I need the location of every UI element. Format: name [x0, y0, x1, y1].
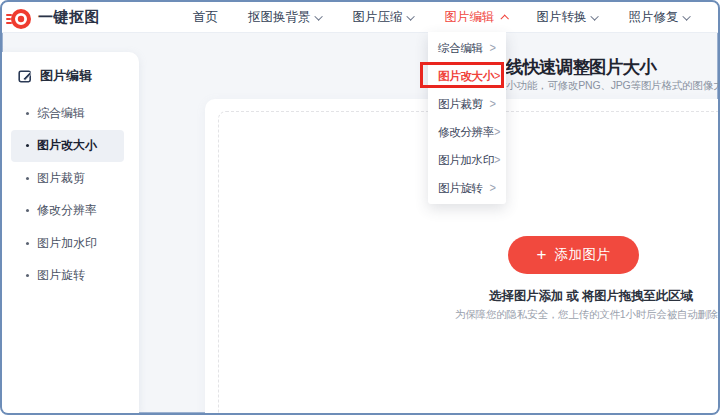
nav-item[interactable]: 图片压缩	[353, 9, 415, 26]
nav-item[interactable]: 首页	[193, 9, 218, 26]
bullet-icon	[26, 177, 29, 180]
chevron-right-icon: >	[494, 153, 500, 166]
dropdown-item-label: 图片加水印	[438, 153, 494, 168]
sidebar-item-label: 图片加水印	[37, 235, 97, 252]
sidebar: 图片编辑 综合编辑 图片改大小 图片裁剪	[2, 52, 139, 413]
sidebar-item-label: 图片裁剪	[37, 170, 85, 187]
nav-item-label: 首页	[193, 9, 218, 26]
dropdown-item[interactable]: 综合编辑 >	[428, 34, 506, 62]
sidebar-item-label: 图片改大小	[37, 137, 97, 154]
sidebar-item[interactable]: 图片加水印	[11, 227, 124, 260]
add-image-button-label: 添加图片	[554, 246, 610, 264]
sidebar-title: 图片编辑	[40, 67, 92, 85]
dropdown-item[interactable]: 修改分辨率 >	[428, 118, 506, 146]
chevron-right-icon: >	[490, 181, 496, 194]
upload-privacy-note: 为保障您的隐私安全，您上传的文件1小时后会被自动删除	[455, 308, 717, 322]
sidebar-item[interactable]: 修改分辨率	[11, 195, 124, 228]
dropdown-item[interactable]: 图片旋转 >	[428, 174, 506, 202]
top-navbar: 一键抠图 首页 抠图换背景 图片压缩 图片	[2, 2, 718, 33]
app-window: 一键抠图 首页 抠图换背景 图片压缩 图片	[0, 0, 720, 415]
nav-dropdown-menu: 综合编辑 > 图片改大小 > 图片裁剪 > 修改分辨率 > 图片加水印 >	[428, 32, 506, 204]
sidebar-item[interactable]: 图片旋转	[11, 260, 124, 293]
dropdown-item[interactable]: 图片加水印 >	[428, 146, 506, 174]
bullet-icon	[26, 242, 29, 245]
nav-item[interactable]: 照片修复	[629, 9, 691, 26]
add-image-button[interactable]: + 添加图片	[508, 236, 639, 274]
nav-item[interactable]: 图片编辑	[445, 9, 507, 26]
sidebar-header: 图片编辑	[2, 52, 139, 85]
sidebar-item[interactable]: 图片改大小	[11, 130, 124, 163]
chevron-icon	[590, 12, 598, 20]
nav-item-label: 照片修复	[629, 9, 679, 26]
nav-item-label: 图片转换	[537, 9, 587, 26]
chevron-right-icon: >	[494, 125, 500, 138]
logo-donut-icon	[6, 6, 32, 30]
nav-item-label: 图片压缩	[353, 9, 403, 26]
dropdown-item-label: 修改分辨率	[438, 125, 494, 140]
bullet-icon	[26, 274, 29, 277]
chevron-icon	[682, 12, 690, 20]
sidebar-menu: 综合编辑 图片改大小 图片裁剪 修改分辨率	[2, 97, 139, 292]
brand-name: 一键抠图	[38, 8, 100, 27]
sidebar-item[interactable]: 综合编辑	[11, 97, 124, 130]
nav-menu: 首页 抠图换背景 图片压缩 图片编辑	[193, 2, 691, 33]
dropdown-item-label: 综合编辑	[438, 41, 483, 56]
sidebar-item-label: 图片旋转	[37, 267, 85, 284]
sidebar-item[interactable]: 图片裁剪	[11, 162, 124, 195]
sidebar-item-label: 综合编辑	[37, 105, 85, 122]
bullet-icon	[26, 112, 29, 115]
bullet-icon	[26, 144, 29, 147]
chevron-right-icon: >	[494, 69, 500, 82]
plus-icon: +	[537, 246, 547, 263]
dropdown-item-label: 图片旋转	[438, 181, 483, 196]
chevron-right-icon: >	[490, 41, 496, 54]
bullet-icon	[26, 209, 29, 212]
page-title: 在线快速调整图片大小	[489, 55, 656, 79]
sidebar-item-label: 修改分辨率	[37, 202, 97, 219]
edit-square-icon	[18, 69, 33, 84]
dropdown-item-label: 图片改大小	[438, 69, 494, 84]
dropdown-item[interactable]: 图片改大小 >	[428, 62, 506, 90]
nav-item-label: 图片编辑	[445, 9, 495, 26]
nav-item-label: 抠图换背景	[248, 9, 311, 26]
nav-item[interactable]: 抠图换背景	[248, 9, 323, 26]
chevron-icon	[314, 12, 322, 20]
dropdown-item[interactable]: 图片裁剪 >	[428, 90, 506, 118]
chevron-icon	[406, 12, 414, 20]
dropdown-item-label: 图片裁剪	[438, 97, 483, 112]
nav-item[interactable]: 图片转换	[537, 9, 599, 26]
upload-hint-text: 选择图片添加 或 将图片拖拽至此区域	[477, 288, 705, 305]
brand-logo[interactable]: 一键抠图	[6, 2, 100, 33]
chevron-icon	[500, 14, 508, 22]
chevron-right-icon: >	[490, 97, 496, 110]
